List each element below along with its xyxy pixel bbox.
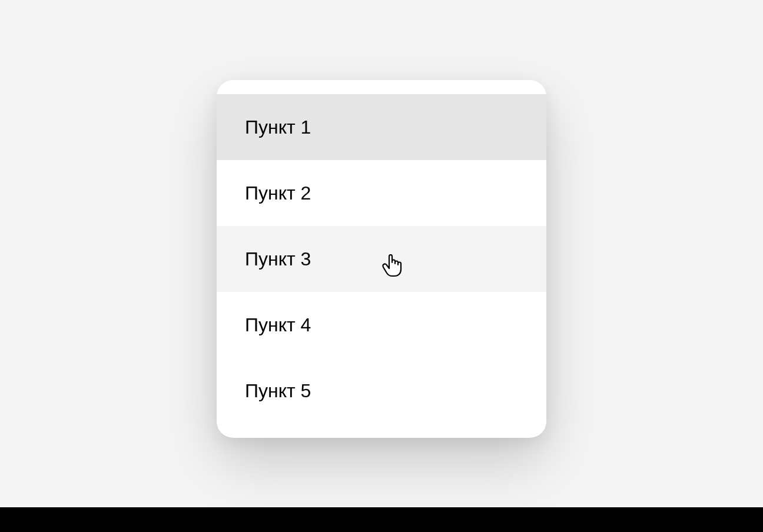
- menu-item-2[interactable]: Пункт 2: [217, 160, 546, 226]
- menu-item-label: Пункт 1: [245, 117, 311, 138]
- menu-item-label: Пункт 3: [245, 248, 311, 270]
- menu-item-1[interactable]: Пункт 1: [217, 94, 546, 160]
- bottom-bar: [0, 507, 763, 532]
- menu-item-4[interactable]: Пункт 4: [217, 292, 546, 358]
- menu-item-label: Пункт 2: [245, 182, 311, 204]
- menu-card: Пункт 1 Пункт 2 Пункт 3 Пункт 4 Пункт 5: [217, 80, 546, 438]
- menu-item-label: Пункт 5: [245, 380, 311, 402]
- menu-item-5[interactable]: Пункт 5: [217, 358, 546, 424]
- menu-item-3[interactable]: Пункт 3: [217, 226, 546, 292]
- menu-item-label: Пункт 4: [245, 314, 311, 336]
